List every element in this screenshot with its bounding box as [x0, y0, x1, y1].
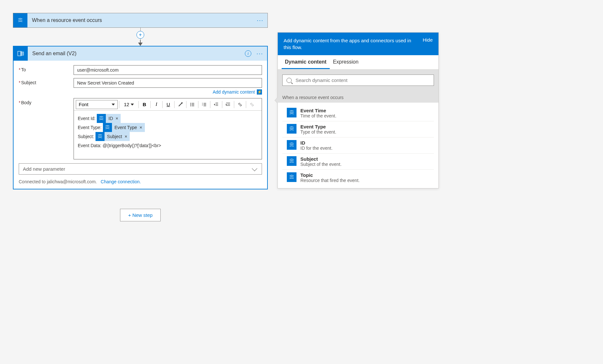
indent-button[interactable] [224, 100, 233, 109]
bold-button[interactable]: B [140, 100, 149, 109]
subject-label: *Subject [19, 78, 74, 85]
svg-text:2: 2 [202, 104, 203, 106]
svg-point-8 [190, 104, 191, 105]
action-card[interactable]: Send an email (V2) i ··· *To *Subject [13, 46, 268, 189]
body-text: Event Type: [78, 123, 102, 132]
eventgrid-icon [103, 123, 112, 132]
tab-expression[interactable]: Expression [330, 55, 362, 69]
svg-point-7 [190, 103, 191, 103]
panel-item-desc: Time of the event. [300, 113, 429, 118]
eventgrid-icon [287, 108, 296, 117]
body-field-row: *Body Font 12 B I U [19, 98, 262, 159]
underline-button[interactable]: U [164, 100, 173, 109]
token-remove-icon[interactable]: × [116, 114, 118, 123]
body-text: Subject: [78, 132, 94, 141]
to-label: *To [19, 65, 74, 72]
token-subject[interactable]: Subject × [95, 132, 130, 141]
panel-item-text: Event Time Time of the event. [300, 108, 429, 118]
unlink-button[interactable] [247, 100, 256, 109]
flow-canvas: When a resource event occurs ··· + Send … [0, 0, 281, 234]
panel-tabs: Dynamic content Expression [278, 55, 438, 69]
add-dynamic-row: Add dynamic content ⚡ [19, 89, 262, 95]
body-text: Event Id: [78, 114, 95, 123]
eventgrid-icon [287, 156, 296, 166]
eventgrid-icon [287, 172, 296, 182]
svg-point-9 [190, 105, 191, 106]
italic-button[interactable]: I [152, 100, 161, 109]
to-field-row: *To [19, 65, 262, 75]
panel-item[interactable]: Subject Subject of the event. [282, 154, 434, 170]
search-icon [286, 78, 292, 83]
panel-search-wrap [278, 69, 438, 92]
panel-item-desc: Type of the event. [300, 129, 429, 135]
panel-item[interactable]: Event Type Type of the event. [282, 121, 434, 137]
bullet-list-button[interactable] [188, 100, 197, 109]
add-step-button[interactable]: + [136, 31, 144, 39]
token-remove-icon[interactable]: × [139, 123, 142, 132]
action-more-icon[interactable]: ··· [256, 52, 263, 55]
panel-item[interactable]: ID ID for the event. [282, 137, 434, 154]
trigger-title: When a resource event occurs [27, 17, 257, 23]
action-header[interactable]: Send an email (V2) i ··· [14, 46, 267, 61]
connector: + [13, 28, 268, 46]
subject-input[interactable] [74, 78, 262, 88]
link-button[interactable] [236, 100, 245, 109]
panel-pointer [275, 97, 278, 104]
dynamic-content-panel: Add dynamic content from the apps and co… [277, 32, 439, 188]
outdent-button[interactable] [212, 100, 221, 109]
panel-item-title: Event Time [300, 108, 429, 113]
action-body: *To *Subject Add dynamic content ⚡ *Body [14, 61, 267, 189]
eventgrid-icon [13, 13, 27, 27]
panel-item-desc: Resource that fired the event. [300, 178, 429, 183]
chevron-down-icon [252, 166, 257, 171]
number-list-button[interactable]: 12 [200, 100, 209, 109]
panel-item-title: Event Type [300, 124, 429, 129]
color-button[interactable] [176, 100, 185, 109]
panel-items: Event Time Time of the event. Event Type… [278, 103, 438, 188]
info-icon[interactable]: i [245, 50, 251, 57]
panel-hide-button[interactable]: Hide [423, 37, 433, 43]
panel-item-title: ID [300, 140, 429, 146]
to-input[interactable] [74, 65, 262, 75]
token-remove-icon[interactable]: × [125, 132, 127, 141]
panel-item[interactable]: Event Time Time of the event. [282, 105, 434, 121]
eventgrid-icon [95, 132, 105, 141]
panel-item-text: ID ID for the event. [300, 140, 429, 151]
trigger-more-icon[interactable]: ··· [257, 19, 264, 22]
panel-item-desc: Subject of the event. [300, 162, 429, 167]
panel-section-header: When a resource event occurs [278, 92, 438, 103]
panel-item-text: Subject Subject of the event. [300, 156, 429, 167]
action-title: Send an email (V2) [28, 51, 245, 56]
svg-point-6 [181, 102, 183, 104]
rte-toolbar: Font 12 B I U [74, 98, 262, 111]
new-step-button[interactable]: + New step [120, 209, 160, 221]
trigger-card[interactable]: When a resource event occurs ··· [13, 13, 268, 28]
rte-body[interactable]: Event Id: ID × Event Type: [74, 111, 262, 159]
svg-rect-1 [21, 52, 24, 55]
eventgrid-icon [287, 124, 296, 134]
panel-search[interactable] [282, 75, 434, 86]
add-parameter-select[interactable]: Add new parameter [19, 163, 262, 175]
add-dynamic-link[interactable]: Add dynamic content ⚡ [213, 89, 262, 95]
font-select[interactable]: Font [76, 100, 118, 109]
panel-item-title: Subject [300, 156, 429, 162]
change-connection-link[interactable]: Change connection. [101, 179, 141, 184]
token-event-type[interactable]: Event Type × [103, 123, 145, 132]
body-text: Event Data: @{triggerBody()?['data']}<br… [78, 141, 161, 150]
subject-field-row: *Subject [19, 78, 262, 88]
token-id[interactable]: ID × [97, 114, 121, 123]
rich-text-editor: Font 12 B I U [74, 98, 262, 159]
outlook-icon [14, 46, 28, 61]
panel-item-text: Event Type Type of the event. [300, 124, 429, 135]
trigger-header[interactable]: When a resource event occurs ··· [13, 13, 267, 27]
eventgrid-icon [287, 140, 296, 150]
tab-dynamic-content[interactable]: Dynamic content [282, 55, 330, 69]
panel-header-text: Add dynamic content from the apps and co… [284, 37, 416, 51]
panel-item[interactable]: Topic Resource that fired the event. [282, 170, 434, 186]
body-label: *Body [19, 98, 74, 105]
eventgrid-icon [97, 114, 106, 123]
panel-item-text: Topic Resource that fired the event. [300, 172, 429, 183]
search-input[interactable] [296, 77, 430, 83]
font-size-select[interactable]: 12 [121, 102, 137, 107]
panel-item-title: Topic [300, 172, 429, 178]
